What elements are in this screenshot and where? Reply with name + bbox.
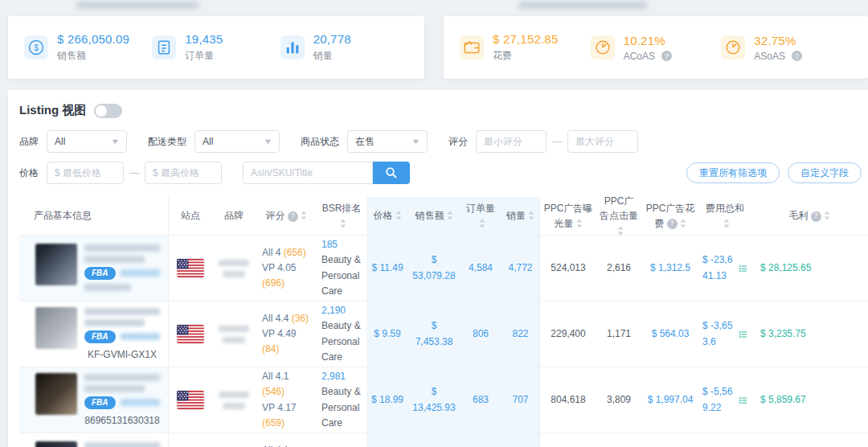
bsr-category: Beauty & Personal Care [321, 384, 363, 431]
column-header-bsr[interactable]: BSR排名 [317, 197, 366, 235]
rating-filter-label: 评分 [448, 135, 468, 149]
column-header-sales[interactable]: 销售额 [408, 197, 460, 235]
bsr-rank-link[interactable]: 2,981 [321, 369, 346, 384]
dollar-circle-icon: $ [24, 35, 48, 59]
redacted-product-meta [84, 284, 131, 291]
custom-fields-button[interactable]: 自定义字段 [788, 162, 862, 183]
listing-view-toggle[interactable] [94, 104, 122, 118]
sort-icon [680, 219, 686, 228]
bsr-rank-link[interactable]: 2,190 [321, 303, 346, 318]
redacted-product-title [84, 374, 160, 381]
metric-value: 19,435 [185, 32, 223, 46]
table-row: FBAAll 4.1 (226)VP 4.18188£ 10.99£ 5,835… [19, 433, 868, 447]
ad-summary-card: $ 27,152.85 花费 10.21% ACoAS? 32.75% [444, 16, 868, 79]
fba-badge: FBA [84, 330, 116, 343]
column-header-price[interactable]: 价格 [366, 197, 408, 235]
table-header-row: 产品基本信息站点品牌评分?BSR排名价格销售额订单量销量PPC广告曝光量PPC广… [19, 197, 868, 236]
column-header-profit[interactable]: 毛利? [751, 197, 868, 235]
info-icon[interactable]: ? [811, 211, 821, 222]
listing-table: 产品基本信息站点品牌评分?BSR排名价格销售额订单量销量PPC广告曝光量PPC广… [19, 197, 868, 447]
product-cell[interactable]: FBA [19, 236, 169, 301]
orders-cell: 4,584 [460, 236, 502, 301]
fba-badge: FBA [84, 396, 116, 409]
site-cell [169, 301, 212, 367]
sort-icon [301, 211, 307, 220]
chevron-down-icon: ▼ [411, 137, 420, 146]
search-button[interactable] [373, 162, 410, 184]
product-cell[interactable]: FBAKF-GVMI-GX1X [19, 301, 169, 367]
fee-total-cell: £ -2,010.8 [699, 433, 751, 447]
metric-label: 花费 [493, 49, 558, 63]
sort-icon [340, 219, 346, 228]
fee-total-cell: $ -5,569.22 [699, 367, 751, 433]
search-input[interactable] [243, 162, 373, 184]
bar-chart-icon [280, 35, 305, 59]
brand-select[interactable]: All ▼ [47, 130, 127, 153]
product-image [35, 441, 77, 447]
reset-filters-button[interactable]: 重置所有筛选项 [686, 162, 780, 183]
rating-max-input[interactable] [567, 130, 638, 153]
column-header-fee[interactable]: 费用总和 [699, 197, 751, 235]
info-icon[interactable]: ? [792, 51, 802, 61]
bsr-cell: 2,981Beauty & Personal Care [317, 367, 366, 433]
ppc-clicks-cell: 3,809 [596, 367, 641, 433]
bsr-cell: 2,190Beauty & Personal Care [317, 301, 366, 367]
column-header-rating[interactable]: 评分? [256, 197, 317, 235]
order-list-icon [152, 35, 176, 59]
quantity-cell: 707 [502, 367, 540, 433]
price-min-input[interactable] [47, 162, 124, 184]
column-header-impr[interactable]: PPC广告曝光量 [540, 197, 596, 235]
column-header-qty[interactable]: 销量 [502, 197, 540, 235]
product-status-select[interactable]: 在售 ▼ [347, 130, 428, 153]
fee-detail-icon[interactable] [739, 329, 747, 340]
info-icon[interactable]: ? [667, 219, 678, 229]
column-label: 价格 [374, 208, 402, 224]
info-icon[interactable]: ? [288, 211, 298, 222]
product-image [35, 244, 77, 285]
redacted-product-title [84, 256, 145, 263]
rating-cell: All 4.1 (546)VP 4.17 (659) [256, 367, 317, 433]
redacted-section-title-left [76, 2, 199, 9]
column-label: 评分? [266, 208, 307, 224]
column-header-orders[interactable]: 订单量 [460, 197, 502, 235]
rating-cell: All 4.1 (226)VP 4.18 [256, 433, 317, 447]
redacted-section-title-right [518, 2, 647, 9]
gauge-icon [721, 35, 745, 59]
fee-detail-icon[interactable] [739, 263, 747, 274]
redacted-product-title [84, 244, 160, 252]
table-row: FBAAll 4 (656)VP 4.05 (696)185Beauty & P… [19, 236, 868, 301]
metric-label: 销售额 [57, 49, 129, 63]
site-cell [169, 433, 212, 447]
filter-bar: 品牌 All ▼ 配送类型 All ▼ 商品状态 在售 [19, 130, 868, 184]
product-cell[interactable]: FBA86965131630318 [19, 367, 169, 433]
brand-filter-label: 品牌 [19, 135, 39, 149]
sales-summary-card: $ $ 266,050.09 销售额 19,435 订单量 [8, 16, 424, 79]
product-cell[interactable]: FBA [19, 433, 169, 447]
delivery-type-select[interactable]: All ▼ [194, 130, 280, 153]
info-icon[interactable]: ? [661, 51, 672, 61]
bsr-rank-link[interactable]: 185 [321, 237, 338, 252]
redacted-asin-link [121, 269, 160, 277]
column-header-clicks[interactable]: PPC广告点击量 [596, 197, 641, 235]
ppc-impressions-cell: 229,400 [540, 301, 596, 367]
fba-badge: FBA [84, 267, 116, 280]
us-flag-icon [177, 325, 204, 343]
gauge-icon [591, 35, 615, 59]
page-root: $ $ 266,050.09 销售额 19,435 订单量 [0, 0, 868, 447]
fee-total-cell: $ -3,653.6 [699, 301, 751, 367]
column-label: 销售额 [416, 208, 453, 224]
column-header-spend[interactable]: PPC广告花费? [641, 197, 699, 235]
rating-min-input[interactable] [476, 130, 547, 153]
search-icon [385, 166, 398, 179]
orders-cell: 806 [460, 301, 502, 367]
column-header-site: 站点 [169, 197, 212, 235]
rating-cell: All 4 (656)VP 4.05 (696) [256, 236, 317, 301]
redacted-brand [219, 326, 249, 332]
ppc-impressions-cell: 804,618 [540, 367, 596, 433]
redacted-brand [223, 337, 245, 343]
price-max-input[interactable] [145, 162, 222, 184]
ppc-spend-cell: $ 564.03 [641, 301, 699, 367]
sort-icon [576, 219, 583, 228]
wallet-icon [460, 35, 484, 59]
fee-detail-icon[interactable] [739, 395, 747, 406]
